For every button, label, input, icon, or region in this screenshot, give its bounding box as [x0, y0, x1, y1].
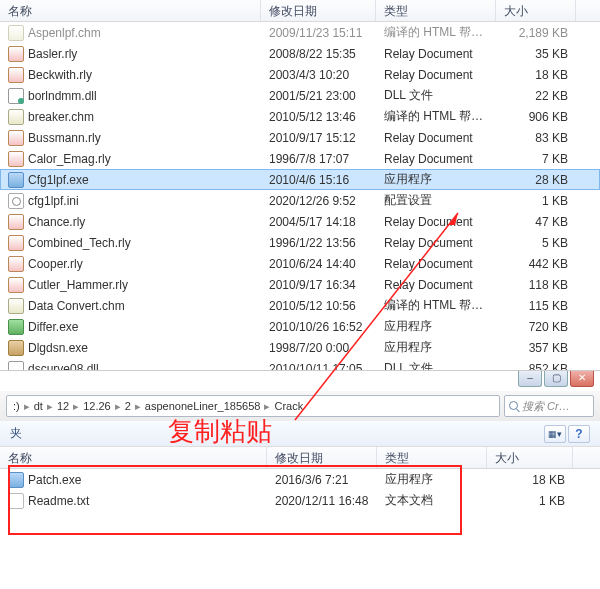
file-row[interactable]: Combined_Tech.rly1996/1/22 13:56Relay Do…	[0, 232, 600, 253]
file-row[interactable]: Cooper.rly2010/6/24 14:40Relay Document4…	[0, 253, 600, 274]
breadcrumb-segment[interactable]: 2	[123, 400, 133, 412]
bottom-window-pane: – ▢ ✕ :)▸dt▸12▸12.26▸2▸aspenoneLiner_185…	[0, 370, 600, 589]
file-name: Beckwith.rly	[28, 68, 92, 82]
col-header-type[interactable]: 类型	[377, 447, 487, 468]
file-row[interactable]: Bussmann.rly2010/9/17 15:12Relay Documen…	[0, 127, 600, 148]
breadcrumb-segment[interactable]: :)	[11, 400, 22, 412]
search-icon	[509, 401, 519, 411]
file-row[interactable]: breaker.chm2010/5/12 13:46编译的 HTML 帮…906…	[0, 106, 600, 127]
file-size: 442 KB	[496, 257, 576, 271]
file-date: 1996/1/22 13:56	[261, 236, 376, 250]
file-size: 83 KB	[496, 131, 576, 145]
file-icon	[8, 493, 24, 509]
file-name: Dlgdsn.exe	[28, 341, 88, 355]
breadcrumb[interactable]: :)▸dt▸12▸12.26▸2▸aspenoneLiner_185658▸Cr…	[6, 395, 500, 417]
col-header-type[interactable]: 类型	[376, 0, 496, 21]
file-icon	[8, 172, 24, 188]
close-button[interactable]: ✕	[570, 371, 594, 387]
file-name: Cfg1lpf.exe	[28, 173, 89, 187]
file-name: borlndmm.dll	[28, 89, 97, 103]
file-name: Aspenlpf.chm	[28, 26, 101, 40]
file-row[interactable]: Cutler_Hammer.rly2010/9/17 16:34Relay Do…	[0, 274, 600, 295]
file-icon	[8, 235, 24, 251]
col-header-name[interactable]: 名称	[0, 0, 261, 21]
window-controls: – ▢ ✕	[518, 371, 594, 387]
file-row[interactable]: Differ.exe2010/10/26 16:52应用程序720 KB	[0, 316, 600, 337]
file-name: cfg1lpf.ini	[28, 194, 79, 208]
file-row[interactable]: Readme.txt2020/12/11 16:48文本文档1 KB	[0, 490, 600, 511]
file-size: 1 KB	[487, 494, 573, 508]
file-row[interactable]: borlndmm.dll2001/5/21 23:00DLL 文件22 KB	[0, 85, 600, 106]
toolbar: 夹 ▦▾ ?	[0, 421, 600, 447]
file-type: Relay Document	[376, 152, 496, 166]
file-row[interactable]: Beckwith.rly2003/4/3 10:20Relay Document…	[0, 64, 600, 85]
file-size: 5 KB	[496, 236, 576, 250]
file-row[interactable]: Calor_Emag.rly1996/7/8 17:07Relay Docume…	[0, 148, 600, 169]
file-name: Cooper.rly	[28, 257, 83, 271]
breadcrumb-segment[interactable]: aspenoneLiner_185658	[143, 400, 263, 412]
file-type: 编译的 HTML 帮…	[376, 297, 496, 314]
file-icon	[8, 151, 24, 167]
file-date: 2001/5/21 23:00	[261, 89, 376, 103]
file-name: Data Convert.chm	[28, 299, 125, 313]
file-type: Relay Document	[376, 68, 496, 82]
file-date: 2010/4/6 15:16	[261, 173, 376, 187]
file-row[interactable]: Data Convert.chm2010/5/12 10:56编译的 HTML …	[0, 295, 600, 316]
file-size: 47 KB	[496, 215, 576, 229]
file-name: Chance.rly	[28, 215, 85, 229]
file-date: 2020/12/26 9:52	[261, 194, 376, 208]
breadcrumb-segment[interactable]: dt	[32, 400, 45, 412]
file-date: 2020/12/11 16:48	[267, 494, 377, 508]
col-header-date[interactable]: 修改日期	[267, 447, 377, 468]
file-date: 1996/7/8 17:07	[261, 152, 376, 166]
minimize-button[interactable]: –	[518, 371, 542, 387]
view-mode-button[interactable]: ▦▾	[544, 425, 566, 443]
col-header-size[interactable]: 大小	[487, 447, 573, 468]
file-name: Calor_Emag.rly	[28, 152, 111, 166]
file-type: 文本文档	[377, 492, 487, 509]
col-header-name[interactable]: 名称	[0, 447, 267, 468]
help-button[interactable]: ?	[568, 425, 590, 443]
file-type: 编译的 HTML 帮…	[376, 24, 496, 41]
file-row[interactable]: Cfg1lpf.exe2010/4/6 15:16应用程序28 KB	[0, 169, 600, 190]
file-icon	[8, 256, 24, 272]
file-name: Cutler_Hammer.rly	[28, 278, 128, 292]
toolbar-label[interactable]: 夹	[10, 425, 22, 442]
file-row[interactable]: Dlgdsn.exe1998/7/20 0:00应用程序357 KB	[0, 337, 600, 358]
breadcrumb-segment[interactable]: Crack	[272, 400, 305, 412]
file-type: Relay Document	[376, 236, 496, 250]
chevron-right-icon: ▸	[22, 400, 32, 413]
breadcrumb-segment[interactable]: 12.26	[81, 400, 113, 412]
file-size: 22 KB	[496, 89, 576, 103]
file-row[interactable]: Aspenlpf.chm2009/11/23 15:11编译的 HTML 帮…2…	[0, 22, 600, 43]
maximize-button[interactable]: ▢	[544, 371, 568, 387]
breadcrumb-segment[interactable]: 12	[55, 400, 71, 412]
file-type: 编译的 HTML 帮…	[376, 108, 496, 125]
col-header-date[interactable]: 修改日期	[261, 0, 376, 21]
file-icon	[8, 46, 24, 62]
file-icon	[8, 109, 24, 125]
col-header-size[interactable]: 大小	[496, 0, 576, 21]
file-size: 18 KB	[496, 68, 576, 82]
file-row[interactable]: Basler.rly2008/8/22 15:35Relay Document3…	[0, 43, 600, 64]
file-icon	[8, 319, 24, 335]
file-row[interactable]: Chance.rly2004/5/17 14:18Relay Document4…	[0, 211, 600, 232]
file-size: 115 KB	[496, 299, 576, 313]
search-input[interactable]: 搜索 Cr…	[504, 395, 594, 417]
file-size: 906 KB	[496, 110, 576, 124]
file-icon	[8, 277, 24, 293]
file-date: 2010/6/24 14:40	[261, 257, 376, 271]
file-size: 35 KB	[496, 47, 576, 61]
file-size: 1 KB	[496, 194, 576, 208]
file-icon	[8, 67, 24, 83]
top-column-header[interactable]: 名称 修改日期 类型 大小	[0, 0, 600, 22]
file-date: 2010/5/12 10:56	[261, 299, 376, 313]
file-row[interactable]: Patch.exe2016/3/6 7:21应用程序18 KB	[0, 469, 600, 490]
file-row[interactable]: cfg1lpf.ini2020/12/26 9:52配置设置1 KB	[0, 190, 600, 211]
file-name: Patch.exe	[28, 473, 81, 487]
file-name: Bussmann.rly	[28, 131, 101, 145]
file-size: 28 KB	[496, 173, 576, 187]
file-date: 2009/11/23 15:11	[261, 26, 376, 40]
file-icon	[8, 25, 24, 41]
bottom-column-header[interactable]: 名称 修改日期 类型 大小	[0, 447, 600, 469]
